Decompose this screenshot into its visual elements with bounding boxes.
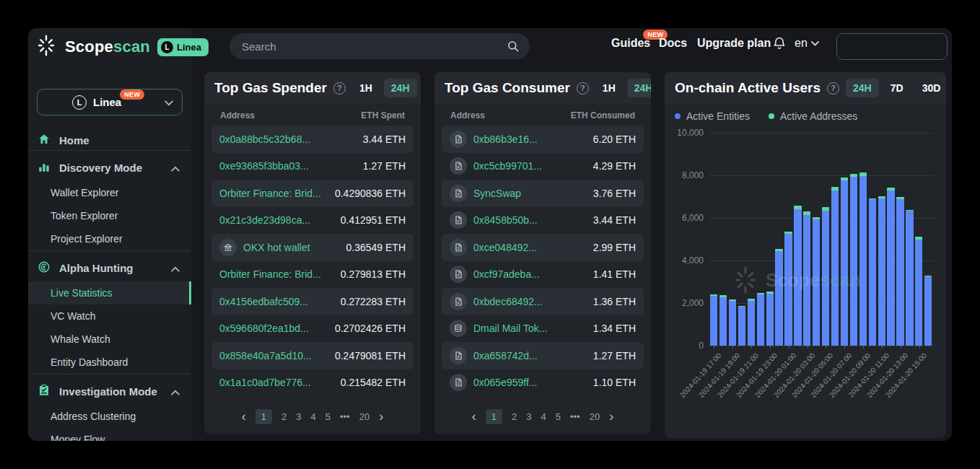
table-row[interactable]: 0x0a88bc5c32b68...3.44 ETH: [211, 126, 414, 153]
page-4[interactable]: 4: [311, 411, 316, 422]
table-row[interactable]: 0x596680f2ea1bd...0.2702426 ETH: [211, 315, 414, 343]
address-link[interactable]: 0x065e959ff...: [473, 377, 593, 388]
sidebar-section-discovery-mode[interactable]: Discovery Mode: [28, 154, 191, 181]
address-link[interactable]: 0x8458b50b...: [473, 214, 593, 226]
x-axis-tick: [919, 346, 920, 349]
sidebar-item-entity-dashboard[interactable]: Entity Dashboard: [28, 351, 191, 374]
brand[interactable]: Scopescan L Linea: [35, 34, 209, 60]
address-link[interactable]: OKX hot wallet: [243, 242, 346, 253]
address-link[interactable]: Dmail Mail Tok...: [473, 323, 593, 334]
tab-1h[interactable]: 1H: [352, 79, 380, 97]
help-icon[interactable]: ?: [577, 82, 589, 95]
sidebar-section-alpha-hunting[interactable]: Alpha Hunting: [28, 254, 191, 281]
page-20[interactable]: 20: [590, 411, 600, 422]
table-row[interactable]: 0xc5cb99701...4.29 ETH: [442, 153, 644, 180]
divider: [28, 374, 191, 374]
page-3[interactable]: 3: [296, 411, 301, 422]
sidebar-item-token-explorer[interactable]: Token Explorer: [28, 204, 191, 227]
address-link[interactable]: 0xe93685f3bba03...: [219, 160, 363, 172]
address-link[interactable]: 0x1a1c0ad7be776...: [219, 377, 341, 388]
sidebar-section-investigation-mode[interactable]: Investigation Mode: [28, 377, 191, 405]
page-2[interactable]: 2: [512, 411, 517, 422]
address-link[interactable]: 0x596680f2ea1bd...: [219, 323, 335, 334]
table-row[interactable]: 0x065e959ff...1.10 ETH: [442, 369, 644, 397]
table-row[interactable]: 0x858e40a7a5d10...0.2479081 ETH: [211, 342, 414, 369]
table-row[interactable]: Orbiter Finance: Brid...0.4290836 ETH: [211, 180, 414, 207]
table-row[interactable]: 0x21c3de23d98ca...0.412951 ETH: [211, 207, 414, 234]
table-row[interactable]: Orbiter Finance: Brid...0.279813 ETH: [211, 261, 414, 289]
tab-1h[interactable]: 1H: [595, 79, 623, 97]
address-link[interactable]: 0xce048492...: [473, 242, 593, 253]
divider: [28, 150, 191, 151]
eth-value: 1.27 ETH: [363, 160, 406, 172]
table-row[interactable]: 0x1a1c0ad7be776...0.215482 ETH: [211, 369, 414, 397]
search-icon[interactable]: [507, 40, 520, 53]
notification-bell-icon[interactable]: [772, 36, 787, 53]
nav-guides[interactable]: Guides NEW: [611, 37, 650, 50]
search-input[interactable]: [229, 40, 507, 53]
header-outline-button[interactable]: [836, 33, 948, 60]
sidebar-item-project-explorer[interactable]: Project Explorer: [28, 227, 191, 250]
sidebar-item-home[interactable]: Home: [28, 130, 191, 150]
address-link[interactable]: 0xbdec68492...: [473, 296, 593, 307]
tab-24h[interactable]: 24H: [627, 79, 651, 97]
prev-page-button[interactable]: ‹: [242, 412, 246, 421]
home-icon: [38, 133, 51, 148]
sidebar-item-money-flow[interactable]: Money Flow: [28, 428, 191, 441]
gridline: [709, 346, 933, 346]
next-page-button[interactable]: ›: [609, 412, 613, 421]
next-page-button[interactable]: ›: [379, 412, 383, 421]
table-row[interactable]: 0xce048492...2.99 ETH: [442, 234, 644, 261]
address-link[interactable]: 0xc5cb99701...: [473, 160, 593, 172]
address-link[interactable]: Orbiter Finance: Brid...: [219, 188, 335, 199]
sidebar-item-whale-watch[interactable]: Whale Watch: [28, 328, 191, 351]
table-row[interactable]: OKX hot wallet0.36549 ETH: [211, 234, 414, 261]
table-row[interactable]: 0xcf97adeba...1.41 ETH: [442, 261, 644, 289]
search-bar[interactable]: [229, 33, 530, 59]
address-link[interactable]: 0x0a88bc5c32b68...: [219, 133, 363, 145]
eth-value: 0.215482 ETH: [341, 377, 406, 388]
network-badge[interactable]: L Linea: [157, 38, 209, 56]
page-3[interactable]: 3: [526, 411, 531, 422]
top-gas-spender-panel: Top Gas Spender ? 1H24H AddressETH Spent…: [204, 72, 421, 434]
more-pages[interactable]: •••: [570, 411, 580, 422]
address-link[interactable]: 0xcf97adeba...: [473, 268, 593, 280]
table-row[interactable]: 0xa658742d...1.27 ETH: [442, 342, 644, 369]
table-row[interactable]: 0xb86b3e16...6.20 ETH: [442, 126, 644, 153]
sidebar-item-vc-watch[interactable]: VC Watch: [28, 304, 191, 328]
address-link[interactable]: 0xa658742d...: [473, 350, 593, 361]
table-row[interactable]: SyncSwap3.76 ETH: [442, 180, 644, 207]
page-1[interactable]: 1: [255, 409, 272, 424]
nav-docs[interactable]: Docs: [659, 37, 687, 50]
address-link[interactable]: Orbiter Finance: Brid...: [219, 268, 341, 280]
table-row[interactable]: Dmail Mail Tok...1.34 ETH: [442, 315, 644, 343]
tab-24h[interactable]: 24H: [384, 79, 417, 97]
page-5[interactable]: 5: [325, 411, 331, 422]
more-pages[interactable]: •••: [340, 411, 350, 422]
prev-page-button[interactable]: ‹: [472, 412, 476, 421]
page-5[interactable]: 5: [556, 411, 561, 422]
page-20[interactable]: 20: [359, 411, 369, 422]
page-1[interactable]: 1: [486, 409, 502, 424]
address-link[interactable]: 0x858e40a7a5d10...: [219, 350, 335, 361]
table-row[interactable]: 0xe93685f3bba03...1.27 ETH: [211, 153, 414, 180]
address-link[interactable]: 0xb86b3e16...: [473, 133, 593, 145]
sidebar-item-wallet-explorer[interactable]: Wallet Explorer: [28, 181, 191, 204]
chevron-down-icon: [811, 41, 819, 46]
table-row[interactable]: 0x8458b50b...3.44 ETH: [442, 207, 644, 234]
panel-title: Top Gas Consumer: [445, 80, 570, 96]
nav-upgrade-plan[interactable]: Upgrade plan: [697, 37, 771, 50]
sidebar-item-live-statistics[interactable]: Live Statistics: [28, 281, 191, 304]
network-selector[interactable]: L Linea NEW: [37, 89, 183, 115]
table-row[interactable]: 0x4156edbafc509...0.272283 ETH: [211, 288, 414, 315]
sidebar-item-address-clustering[interactable]: Address Clustering: [28, 405, 191, 428]
help-icon[interactable]: ?: [333, 82, 346, 95]
page-2[interactable]: 2: [281, 411, 286, 422]
language-selector[interactable]: en: [795, 37, 819, 50]
y-axis-label: 0: [666, 341, 704, 351]
page-4[interactable]: 4: [541, 411, 546, 422]
table-row[interactable]: 0xbdec68492...1.36 ETH: [442, 288, 644, 315]
address-link[interactable]: 0x4156edbafc509...: [219, 296, 341, 307]
address-link[interactable]: SyncSwap: [473, 188, 593, 199]
address-link[interactable]: 0x21c3de23d98ca...: [219, 214, 341, 226]
